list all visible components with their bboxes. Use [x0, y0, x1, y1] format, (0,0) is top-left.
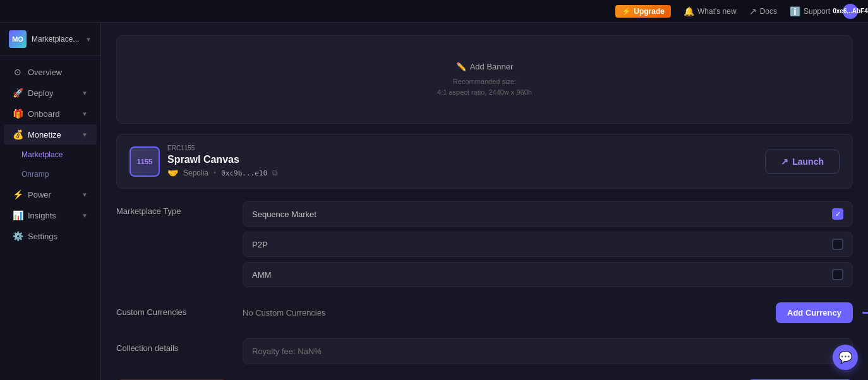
- add-banner-label: Add Banner: [470, 62, 514, 71]
- add-currency-wrapper: Add Currency: [776, 302, 853, 323]
- arrow-line: [862, 312, 868, 314]
- sidebar-item-label: Deploy: [28, 88, 53, 98]
- sidebar-item-label: Monetize: [28, 130, 61, 140]
- marketplace-type-label: Marketplace Type: [116, 201, 230, 216]
- amm-label: AMM: [252, 270, 271, 280]
- collection-address: 0xc9b...e10: [221, 169, 267, 177]
- arrow-indicator: [862, 309, 868, 317]
- content-area: ✏️ Add Banner Recommanded size: 4:1 aspe…: [101, 23, 868, 380]
- upgrade-label: Upgrade: [634, 7, 665, 16]
- avatar: 0xe6...AbF4: [843, 4, 858, 19]
- sidebar-item-label: Overview: [28, 68, 62, 77]
- external-link-icon: ↗: [749, 6, 757, 16]
- sidebar-item-marketplace[interactable]: Marketplace: [4, 145, 97, 164]
- sidebar-item-onramp[interactable]: Onramp: [4, 165, 97, 184]
- sidebar-item-label: Insights: [28, 211, 56, 220]
- p2p-label: P2P: [252, 240, 268, 249]
- erc-number: 1155: [137, 158, 152, 165]
- check-icon: ✓: [835, 210, 841, 218]
- topbar: ⚡ Upgrade 🔔 What's new ↗ Docs ℹ️ Support…: [0, 0, 868, 23]
- overview-icon: ⊙: [13, 67, 23, 77]
- collection-details-label: Collection details: [116, 338, 230, 353]
- upgrade-button[interactable]: ⚡ Upgrade: [615, 5, 671, 18]
- add-banner-button[interactable]: ✏️ Add Banner Recommanded size: 4:1 aspe…: [437, 62, 532, 97]
- user-address: 0xe6...AbF4: [833, 8, 868, 15]
- support-button[interactable]: ℹ️ Support: [790, 6, 830, 16]
- chat-bubble-button[interactable]: 💬: [833, 345, 858, 370]
- main-layout: MO Marketplace... ▼ ⊙ Overview 🚀 Deploy …: [0, 23, 868, 380]
- copy-icon[interactable]: ⧉: [272, 169, 278, 177]
- erc-badge: ERC1155: [167, 145, 278, 151]
- user-menu[interactable]: 0xe6...AbF4: [843, 4, 858, 19]
- onboard-icon: 🎁: [13, 109, 23, 119]
- add-currency-button[interactable]: Add Currency: [776, 302, 853, 323]
- sidebar-item-label: Settings: [28, 232, 57, 241]
- whats-new-button[interactable]: 🔔 What's new: [684, 6, 737, 16]
- amm-option[interactable]: AMM: [243, 262, 853, 287]
- banner-area: ✏️ Add Banner Recommanded size: 4:1 aspe…: [116, 35, 853, 124]
- docs-button[interactable]: ↗ Docs: [749, 6, 777, 16]
- sidebar-item-label: Power: [28, 190, 51, 199]
- logo-name: Marketplace...: [32, 35, 80, 44]
- support-label: Support: [804, 7, 830, 16]
- pencil-icon: ✏️: [456, 62, 466, 71]
- power-icon: ⚡: [13, 189, 23, 199]
- external-link-icon: ↗: [781, 157, 788, 167]
- settings-icon: ⚙️: [13, 231, 23, 241]
- sequence-market-checkbox[interactable]: ✓: [832, 208, 843, 220]
- nft-icon: 1155: [130, 146, 160, 177]
- banner-hint: Recommanded size: 4:1 aspect ratio, 2440…: [437, 76, 532, 97]
- chevron-icon: ▼: [81, 90, 88, 97]
- custom-currencies-section: Custom Currencies No Custom Currencies A…: [116, 302, 853, 323]
- sidebar-item-label: Onboard: [28, 109, 60, 119]
- marketplace-type-controls: Sequence Market ✓ P2P AMM: [243, 201, 853, 287]
- sidebar-item-monetize[interactable]: 💰 Monetize ▼: [4, 124, 97, 145]
- sequence-market-option[interactable]: Sequence Market ✓: [243, 201, 853, 227]
- insights-icon: 📊: [13, 210, 23, 220]
- sidebar-item-power[interactable]: ⚡ Power ▼: [4, 184, 97, 205]
- network-emoji: 🤝: [167, 168, 178, 178]
- launch-button[interactable]: ↗ Launch: [765, 150, 840, 174]
- sidebar-nav: ⊙ Overview 🚀 Deploy ▼ 🎁 Onboard ▼ 💰 Mone…: [0, 56, 100, 380]
- collection-info: 1155 ERC1155 Sprawl Canvas 🤝 Sepolia • 0…: [130, 145, 278, 178]
- whats-new-label: What's new: [697, 7, 737, 16]
- amm-checkbox[interactable]: [832, 269, 843, 280]
- collection-details-controls: [243, 338, 853, 364]
- upgrade-icon: ⚡: [622, 7, 631, 16]
- deploy-icon: 🚀: [13, 88, 23, 98]
- collection-details-block: ERC1155 Sprawl Canvas 🤝 Sepolia • 0xc9b.…: [167, 145, 278, 178]
- docs-label: Docs: [760, 7, 777, 16]
- info-icon: ℹ️: [790, 6, 800, 16]
- sidebar-item-deploy[interactable]: 🚀 Deploy ▼: [4, 83, 97, 103]
- currencies-row: No Custom Currencies Add Currency: [243, 302, 853, 323]
- bell-icon: 🔔: [684, 6, 694, 16]
- sidebar-logo[interactable]: MO Marketplace... ▼: [0, 23, 100, 56]
- sidebar-item-label: Onramp: [21, 170, 49, 179]
- monetize-icon: 💰: [13, 129, 23, 140]
- collection-meta: 🤝 Sepolia • 0xc9b...e10 ⧉: [167, 168, 278, 178]
- banner-hint-line1: Recommanded size:: [437, 76, 532, 87]
- custom-currencies-controls: No Custom Currencies Add Currency: [243, 302, 853, 323]
- royalty-fee-input[interactable]: [243, 338, 853, 364]
- chevron-down-icon: ▼: [85, 36, 92, 43]
- p2p-option[interactable]: P2P: [243, 232, 853, 257]
- sidebar-item-settings[interactable]: ⚙️ Settings: [4, 226, 97, 246]
- sidebar-item-label: Marketplace: [21, 150, 63, 159]
- chevron-icon: ▼: [81, 212, 88, 219]
- p2p-checkbox[interactable]: [832, 239, 843, 250]
- marketplace-type-section: Marketplace Type Sequence Market ✓ P2P A…: [116, 201, 853, 287]
- sidebar-item-insights[interactable]: 📊 Insights ▼: [4, 205, 97, 225]
- banner-hint-line2: 4:1 aspect ratio, 2440w x 960h: [437, 87, 532, 98]
- network-name: Sepolia: [183, 169, 208, 177]
- collection-name: Sprawl Canvas: [167, 154, 278, 165]
- custom-currencies-label: Custom Currencies: [116, 302, 230, 317]
- launch-label: Launch: [792, 157, 824, 167]
- chevron-icon: ▼: [81, 131, 88, 138]
- sequence-market-label: Sequence Market: [252, 210, 316, 219]
- collection-details-section: Collection details: [116, 338, 853, 364]
- logo-icon: MO: [9, 30, 27, 48]
- collection-card: 1155 ERC1155 Sprawl Canvas 🤝 Sepolia • 0…: [116, 134, 853, 189]
- sidebar-item-overview[interactable]: ⊙ Overview: [4, 62, 97, 82]
- sidebar-item-onboard[interactable]: 🎁 Onboard ▼: [4, 104, 97, 124]
- no-currencies-text: No Custom Currencies: [243, 308, 326, 318]
